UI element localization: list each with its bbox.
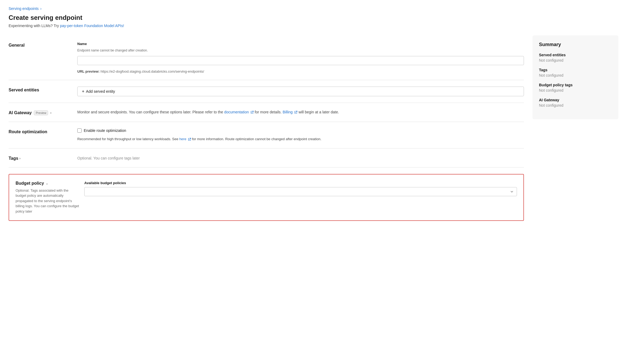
summary-item-budget-policy-tags: Budget policy tags Not configured	[539, 83, 612, 92]
documentation-link[interactable]: documentation	[224, 110, 255, 114]
ai-gateway-label: AI Gateway Preview ›	[9, 109, 73, 115]
url-preview: URL preview: https://e2-dogfood.staging.…	[77, 69, 524, 73]
preview-badge: Preview	[34, 110, 48, 115]
served-entities-section: Served entities + Add served entity	[9, 80, 524, 103]
ai-gateway-content: Monitor and secure endpoints. You can co…	[77, 109, 524, 115]
form-area: General Name Endpoint name cannot be cha…	[9, 35, 524, 221]
route-optimization-hint: Recommended for high throughput or low l…	[77, 136, 524, 142]
tags-chevron[interactable]: ›	[19, 157, 20, 160]
endpoint-name-input[interactable]	[77, 56, 524, 65]
ai-gateway-description: Monitor and secure endpoints. You can co…	[77, 109, 524, 115]
page-subtitle: Experimenting with LLMs? Try pay-per-tok…	[9, 24, 618, 28]
name-field-label: Name	[77, 42, 524, 46]
tags-label: Tags ›	[9, 155, 73, 161]
ai-gateway-section: AI Gateway Preview › Monitor and secure …	[9, 103, 524, 122]
summary-panel: Summary Served entities Not configured T…	[533, 35, 618, 119]
ai-gateway-chevron[interactable]: ›	[50, 111, 51, 115]
general-label: General	[9, 42, 73, 48]
route-optimization-checkbox[interactable]	[77, 128, 82, 133]
route-optimization-checkbox-label[interactable]: Enable route optimization	[84, 128, 126, 133]
route-optimization-label: Route optimization	[9, 128, 73, 134]
enable-route-optimization-row: Enable route optimization	[77, 128, 524, 133]
summary-tags-value: Not configured	[539, 73, 612, 77]
external-link-icon	[250, 111, 254, 114]
page-title: Create serving endpoint	[9, 14, 618, 21]
add-served-entity-label: Add served entity	[86, 89, 115, 94]
breadcrumb: Serving endpoints ›	[9, 6, 618, 11]
plus-icon: +	[82, 89, 84, 94]
summary-served-entities-label: Served entities	[539, 53, 612, 57]
budget-label-area: Budget policy ⌄ Optional. Tags associate…	[16, 181, 80, 214]
summary-title: Summary	[539, 42, 612, 47]
route-optimization-content: Enable route optimization Recommended fo…	[77, 128, 524, 142]
billing-link[interactable]: Billing	[283, 110, 298, 114]
summary-budget-policy-tags-label: Budget policy tags	[539, 83, 612, 87]
tags-section: Tags › Optional. You can configure tags …	[9, 148, 524, 168]
tags-content: Optional. You can configure tags later	[77, 155, 524, 160]
budget-policy-select[interactable]	[84, 187, 517, 196]
available-budget-policies-label: Available budget policies	[84, 181, 517, 185]
summary-items: Served entities Not configured Tags Not …	[539, 53, 612, 107]
breadcrumb-link[interactable]: Serving endpoints	[9, 6, 39, 11]
summary-ai-gateway-label: AI Gateway	[539, 98, 612, 102]
summary-ai-gateway-value: Not configured	[539, 103, 612, 107]
tags-optional-text: Optional. You can configure tags later	[77, 155, 524, 160]
summary-served-entities-value: Not configured	[539, 58, 612, 62]
route-optimization-section: Route optimization Enable route optimiza…	[9, 122, 524, 148]
here-external-link-icon	[188, 138, 191, 141]
billing-external-link-icon	[294, 111, 297, 114]
budget-title-row: Budget policy ⌄	[16, 181, 80, 186]
budget-policy-description: Optional. Tags associated with the budge…	[16, 188, 80, 214]
budget-policy-content: Available budget policies	[84, 181, 517, 196]
here-link[interactable]: here	[179, 137, 192, 141]
breadcrumb-chevron: ›	[40, 6, 42, 11]
budget-policy-label: Budget policy	[16, 181, 44, 186]
name-field-hint: Endpoint name cannot be changed after cr…	[77, 49, 524, 52]
summary-budget-policy-tags-value: Not configured	[539, 88, 612, 92]
summary-item-ai-gateway: AI Gateway Not configured	[539, 98, 612, 107]
summary-tags-label: Tags	[539, 68, 612, 72]
budget-policy-chevron[interactable]: ⌄	[46, 181, 48, 185]
add-served-entity-button[interactable]: + Add served entity	[77, 87, 524, 96]
foundation-model-link[interactable]: pay-per-token Foundation Model APIs!	[60, 24, 124, 28]
served-entities-content: + Add served entity	[77, 87, 524, 96]
budget-policy-section: Budget policy ⌄ Optional. Tags associate…	[9, 174, 524, 221]
summary-item-tags: Tags Not configured	[539, 68, 612, 77]
general-section: General Name Endpoint name cannot be cha…	[9, 35, 524, 80]
summary-item-served-entities: Served entities Not configured	[539, 53, 612, 62]
served-entities-label: Served entities	[9, 87, 73, 92]
general-content: Name Endpoint name cannot be changed aft…	[77, 42, 524, 73]
